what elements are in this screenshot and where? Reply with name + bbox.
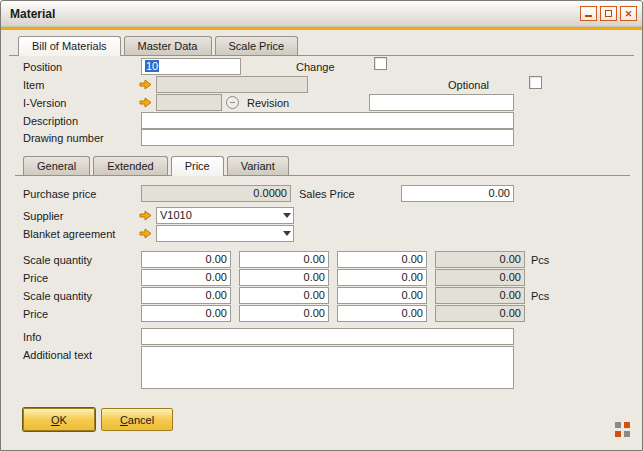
gold-accent-bar [1,27,642,30]
revision-label: Revision [247,97,289,109]
sales-price-label: Sales Price [299,188,355,200]
scale-quantity-label: Scale quantity [23,254,92,266]
grip-square [624,431,630,437]
optional-checkbox[interactable] [529,76,542,89]
tab-extended[interactable]: Extended [93,156,167,175]
blanket-agreement-combo[interactable] [156,225,294,242]
drawing-number-input[interactable] [141,129,514,146]
iversion-selector-icon[interactable] [226,96,239,109]
purchase-price-label: Purchase price [23,188,96,200]
tab-price[interactable]: Price [171,156,224,176]
price2-col4-input: 0.00 [435,305,525,322]
tab-variant[interactable]: Variant [227,156,289,175]
scale-qty1-col4-input: 0.00 [435,251,525,268]
scale-qty2-col4-input: 0.00 [435,287,525,304]
price2-col1-input[interactable]: 0.00 [141,305,231,322]
blanket-agreement-label: Blanket agreement [23,228,115,240]
restore-button[interactable] [600,6,617,21]
minimize-icon [585,15,592,17]
scale-quantity2-label: Scale quantity [23,290,92,302]
description-label: Description [23,115,78,127]
price1-col4-input: 0.00 [435,269,525,286]
scale-qty2-unit-label: Pcs [531,290,549,302]
material-window: Material Bill of Materials Master Data S… [0,0,643,451]
item-link-arrow-icon[interactable] [139,79,152,90]
dropdown-icon [283,213,291,218]
additional-text-input[interactable] [141,346,514,389]
supplier-combo[interactable]: V1010 [156,207,294,224]
scale-qty1-col2-input[interactable]: 0.00 [239,251,329,268]
minimize-button[interactable] [580,6,597,21]
iversion-link-arrow-icon[interactable] [139,97,152,108]
price1-col2-input[interactable]: 0.00 [239,269,329,286]
grip-square [624,422,630,428]
cancel-button[interactable]: Cancel [101,408,173,431]
scale-qty1-col3-input[interactable]: 0.00 [337,251,427,268]
ok-button[interactable]: OK [23,408,95,431]
info-label: Info [23,331,41,343]
scale-qty2-col1-input[interactable]: 0.00 [141,287,231,304]
iversion-input [156,94,222,111]
restore-icon [605,10,612,17]
price2-col3-input[interactable]: 0.00 [337,305,427,322]
change-checkbox[interactable] [374,57,387,70]
scale-qty2-col3-input[interactable]: 0.00 [337,287,427,304]
resize-grip-icon[interactable] [615,422,630,437]
purchase-price-input: 0.0000 [141,185,291,202]
main-tab-bar: Bill of Materials Master Data Scale Pric… [9,33,634,56]
scale-qty1-col1-input[interactable]: 0.00 [141,251,231,268]
scale-qty2-col2-input[interactable]: 0.00 [239,287,329,304]
optional-label: Optional [448,79,489,91]
position-label: Position [23,61,62,73]
iversion-label: I-Version [23,97,66,109]
scale-qty1-unit-label: Pcs [531,254,549,266]
position-input[interactable]: 10 [141,58,241,75]
sales-price-input[interactable]: 0.00 [401,185,514,202]
price2-col2-input[interactable]: 0.00 [239,305,329,322]
price-row2-label: Price [23,308,48,320]
additional-text-label: Additional text [23,349,92,361]
supplier-value: V1010 [160,209,281,222]
window-title: Material [10,7,577,21]
tab-bill-of-materials[interactable]: Bill of Materials [18,36,121,56]
price-row1-label: Price [23,272,48,284]
supplier-label: Supplier [23,210,63,222]
position-value-selected: 10 [145,60,159,72]
grip-square [615,422,621,428]
drawing-number-label: Drawing number [23,132,104,144]
price1-col1-input[interactable]: 0.00 [141,269,231,286]
close-button[interactable] [620,6,637,21]
sub-tab-bar: General Extended Price Variant [15,155,630,176]
blanket-agreement-link-arrow-icon[interactable] [139,228,152,239]
description-input[interactable] [141,112,514,129]
dropdown-icon [283,231,291,236]
tab-general[interactable]: General [23,156,90,175]
change-label: Change [296,61,335,73]
tab-master-data[interactable]: Master Data [124,36,212,55]
supplier-link-arrow-icon[interactable] [139,210,152,221]
titlebar: Material [1,1,642,27]
revision-input[interactable] [369,94,514,111]
info-input[interactable] [141,328,514,345]
tab-scale-price[interactable]: Scale Price [215,36,299,55]
item-input [156,76,308,93]
item-label: Item [23,79,44,91]
grip-square [615,431,621,437]
price1-col3-input[interactable]: 0.00 [337,269,427,286]
